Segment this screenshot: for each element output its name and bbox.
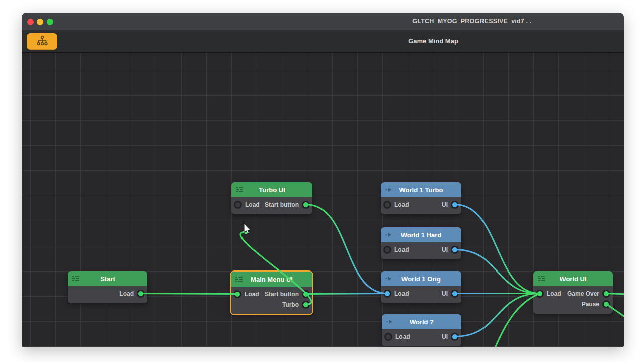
node-body: LoadUI	[381, 197, 461, 214]
output-port-start-button[interactable]	[302, 290, 310, 298]
node-title: Turbo UI	[259, 186, 285, 194]
node-title: World ?	[410, 318, 434, 326]
play-icon	[386, 319, 393, 325]
input-port-load[interactable]	[536, 290, 544, 298]
output-port-ui[interactable]	[451, 201, 459, 209]
output-port-ui[interactable]	[451, 290, 459, 298]
input-port-load[interactable]	[234, 201, 242, 209]
port-row: LoadUI	[382, 331, 461, 342]
output-port-load[interactable]	[137, 290, 145, 298]
port-label: Start button	[265, 201, 299, 208]
port-row: LoadUI	[381, 244, 461, 255]
node-header[interactable]: Start	[68, 271, 147, 286]
port-label: Game Over	[567, 290, 599, 297]
port-row: LoadStart button	[231, 289, 312, 299]
nodes-layer: StartLoadTurbo UILoadStart buttonMain Me…	[22, 53, 624, 347]
output-port-turbo[interactable]	[302, 301, 310, 309]
node-header[interactable]: World ?	[382, 314, 461, 329]
node-world_1_turbo[interactable]: World 1 TurboLoadUI	[381, 182, 461, 214]
port-label: Load	[119, 290, 134, 297]
minimize-button[interactable]	[37, 19, 43, 25]
hierarchy-icon	[36, 35, 48, 48]
output-port-pause[interactable]	[602, 300, 610, 308]
node-body: LoadUI	[381, 242, 461, 259]
port-row: LoadStart button	[231, 199, 312, 210]
node-header[interactable]: World 1 Hard	[381, 227, 461, 242]
node-header[interactable]: Main Menu UI	[231, 272, 312, 287]
node-canvas[interactable]: StartLoadTurbo UILoadStart buttonMain Me…	[22, 52, 624, 347]
port-row: Pause	[533, 299, 613, 309]
node-header[interactable]: World UI	[533, 271, 613, 286]
output-port-ui[interactable]	[451, 333, 459, 341]
input-port-load[interactable]	[233, 290, 242, 298]
input-port-load[interactable]	[384, 333, 392, 341]
port-label: Pause	[582, 301, 599, 308]
node-main_menu[interactable]: Main Menu UILoadStart buttonTurbo	[231, 272, 312, 314]
input-port-load[interactable]	[383, 201, 391, 209]
node-body: LoadGame OverPause	[533, 286, 613, 314]
port-label: UI	[442, 290, 448, 297]
port-row: Load	[68, 288, 147, 299]
node-turbo_ui[interactable]: Turbo UILoadStart button	[231, 182, 312, 214]
node-header[interactable]: Turbo UI	[231, 182, 312, 197]
node-header[interactable]: World 1 Turbo	[381, 182, 461, 197]
port-row: LoadUI	[381, 199, 461, 210]
node-body: LoadStart button	[231, 197, 312, 214]
window-title: GLTCH_MYOG_PROGRESSIVE_vid7 . .	[409, 13, 535, 30]
node-title: World 1 Orig	[401, 275, 441, 283]
port-label: Load	[245, 291, 259, 298]
list-icon	[235, 276, 243, 282]
output-port-game-over[interactable]	[602, 290, 610, 298]
port-label: Load	[394, 201, 409, 208]
node-world_q[interactable]: World ?LoadUI	[382, 314, 461, 346]
zoom-button[interactable]	[47, 19, 53, 25]
node-title: World UI	[559, 275, 586, 283]
close-button[interactable]	[27, 19, 34, 25]
port-label: Load	[547, 290, 561, 297]
node-title: World 1 Hard	[401, 231, 442, 239]
play-icon	[385, 276, 392, 282]
play-icon	[385, 187, 392, 193]
port-row: LoadUI	[381, 288, 461, 299]
list-icon	[236, 187, 244, 193]
node-world_1_hard[interactable]: World 1 HardLoadUI	[381, 227, 461, 259]
app-window: GLTCH_MYOG_PROGRESSIVE_vid7 . . Game Min…	[22, 13, 624, 347]
port-label: UI	[442, 333, 448, 340]
port-label: Load	[245, 201, 260, 208]
page: GLTCH_MYOG_PROGRESSIVE_vid7 . . Game Min…	[0, 0, 644, 362]
output-port-ui[interactable]	[451, 246, 459, 254]
title-bar[interactable]: GLTCH_MYOG_PROGRESSIVE_vid7 . .	[22, 13, 624, 30]
node-body: Load	[68, 286, 147, 303]
node-title: Main Menu UI	[251, 276, 293, 283]
toolbar: Game Mind Map	[22, 30, 624, 52]
port-label: Load	[395, 333, 410, 340]
node-world_1_orig[interactable]: World 1 OrigLoadUI	[381, 271, 461, 303]
node-body: LoadUI	[381, 286, 461, 303]
input-port-load[interactable]	[383, 290, 391, 298]
list-icon	[72, 276, 80, 282]
node-title: World 1 Turbo	[399, 186, 443, 194]
toolbar-title: Game Mind Map	[383, 30, 484, 52]
input-port-load[interactable]	[383, 246, 391, 254]
port-label: UI	[442, 201, 448, 208]
port-label: Turbo	[282, 301, 299, 308]
output-port-start-button[interactable]	[302, 201, 310, 209]
node-body: LoadUI	[382, 329, 461, 346]
node-world_ui[interactable]: World UILoadGame OverPause	[533, 271, 613, 314]
port-label: UI	[442, 246, 448, 253]
node-header[interactable]: World 1 Orig	[381, 271, 461, 286]
port-label: Load	[394, 290, 409, 297]
list-icon	[538, 276, 545, 282]
play-icon	[385, 232, 392, 238]
port-row: LoadGame Over	[533, 288, 613, 299]
port-label: Start button	[265, 291, 299, 298]
node-title: Start	[100, 275, 115, 283]
node-start[interactable]: StartLoad	[68, 271, 147, 303]
port-label: Load	[394, 246, 409, 253]
port-row: Turbo	[231, 299, 312, 310]
hierarchy-button[interactable]	[27, 33, 57, 50]
node-body: LoadStart buttonTurbo	[231, 287, 312, 314]
